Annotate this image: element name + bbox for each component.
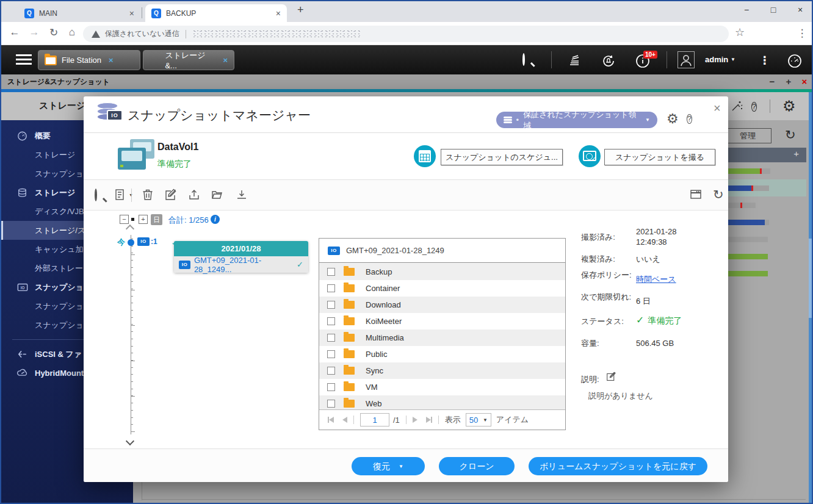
zoom-out-button[interactable]: − xyxy=(120,215,129,224)
qts-search-icon[interactable] xyxy=(522,54,525,65)
snapshot-schedule-button[interactable]: スナップショットのスケジュ... xyxy=(441,149,563,165)
page-scrollbar[interactable] xyxy=(809,92,813,504)
revert-volume-button[interactable]: ボリュームスナップショットを元に戻す xyxy=(529,457,707,475)
window-maximize-button[interactable]: □ xyxy=(764,5,782,15)
app-tab-close-icon[interactable]: × xyxy=(109,56,114,65)
description-empty-text: 説明がありません xyxy=(588,391,680,401)
restore-button[interactable]: 復元 ▼ xyxy=(352,457,425,475)
browser-tab-backup[interactable]: Q BACKUP × xyxy=(145,4,287,22)
export-upload-icon[interactable] xyxy=(188,189,201,202)
dialog-help-icon[interactable]: ? xyxy=(687,111,692,124)
edit-description-icon[interactable] xyxy=(606,372,698,384)
back-icon[interactable]: ← xyxy=(7,26,22,38)
edit-icon[interactable] xyxy=(165,189,178,202)
refresh-icon[interactable]: ↻ xyxy=(785,128,796,142)
download-icon[interactable] xyxy=(236,189,249,202)
admin-menu[interactable]: admin ▼ xyxy=(705,55,735,64)
folder-checkbox[interactable] xyxy=(327,301,335,309)
folder-checkbox[interactable] xyxy=(327,284,335,292)
page-size-select[interactable]: 50 ▼ xyxy=(466,413,491,427)
folder-row[interactable]: Download xyxy=(319,297,565,313)
app-tab-storage-snapshots[interactable]: ストレージ&... × xyxy=(143,50,234,70)
last-page-icon[interactable] xyxy=(426,417,432,423)
add-icon[interactable]: + xyxy=(793,148,799,159)
folder-row[interactable]: Sync xyxy=(319,362,565,379)
clone-button[interactable]: クローン xyxy=(439,457,515,475)
main-menu-icon[interactable] xyxy=(16,54,32,65)
bookmark-star-icon[interactable]: ☆ xyxy=(732,26,747,39)
app-tab-file-station[interactable]: File Station × xyxy=(38,50,140,70)
take-snapshot-button[interactable]: スナップショットを撮る xyxy=(604,149,715,165)
page-input[interactable] xyxy=(360,413,389,427)
guaranteed-snapshot-space-button[interactable]: • 保証されたスナップショット領域 ▼ xyxy=(496,112,657,128)
folder-checkbox[interactable] xyxy=(327,317,335,325)
sort-list-icon[interactable]: ▼ xyxy=(114,189,128,202)
zoom-in-button[interactable]: + xyxy=(139,215,148,224)
dashboard-gauge-icon[interactable] xyxy=(786,53,803,71)
qts-more-icon[interactable]: ⋮ xyxy=(759,54,770,67)
delete-trash-icon[interactable] xyxy=(142,189,155,202)
user-avatar-icon[interactable] xyxy=(678,51,695,68)
folder-row[interactable]: VM xyxy=(319,379,565,395)
next-page-icon[interactable] xyxy=(413,416,417,425)
tab-close-icon[interactable]: × xyxy=(121,9,134,18)
volume-name: DataVol1 xyxy=(157,142,198,153)
help-icon[interactable]: ? xyxy=(751,100,757,112)
background-tasks-icon[interactable] xyxy=(568,53,582,70)
folder-checkbox[interactable] xyxy=(327,383,335,391)
prev-page-icon[interactable] xyxy=(342,416,347,425)
app-minimize-button[interactable]: − xyxy=(765,74,779,89)
manage-button[interactable]: 管理 xyxy=(724,128,771,143)
app-tab-close-icon[interactable]: × xyxy=(223,56,228,65)
info-icon[interactable]: i xyxy=(211,215,220,224)
folder-row[interactable]: Web xyxy=(319,395,565,410)
snapshot-card[interactable]: 2021/01/28 IO GMT+09_2021-01-28_1249... … xyxy=(174,241,308,273)
folder-checkbox[interactable] xyxy=(327,334,335,342)
refresh-icon[interactable]: ↻ xyxy=(713,187,726,201)
browser-menu-icon[interactable]: ⋮ xyxy=(795,27,809,40)
search-icon[interactable] xyxy=(95,190,108,203)
scrollbar-thumb[interactable] xyxy=(809,239,813,318)
dialog-settings-gear-icon[interactable]: ⚙ xyxy=(667,111,679,127)
address-bar[interactable]: 保護されていない通信 xyxy=(83,26,729,42)
open-folder-icon[interactable] xyxy=(211,189,225,202)
folder-row[interactable]: Public xyxy=(319,346,565,362)
folder-checkbox[interactable] xyxy=(327,400,335,408)
window-close-button[interactable]: × xyxy=(791,5,809,15)
folder-row[interactable]: KoiMeeter xyxy=(319,313,565,329)
notifications-sync-icon[interactable] xyxy=(601,53,616,71)
folder-name: Backup xyxy=(366,267,392,276)
browser-tab-main[interactable]: Q MAIN × xyxy=(18,4,140,22)
calendar-view-icon[interactable] xyxy=(690,189,703,202)
settings-gear-icon[interactable]: ⚙ xyxy=(782,98,796,115)
app-window-titlebar[interactable]: ストレージ&スナップショット xyxy=(0,74,813,89)
reload-icon[interactable]: ↻ xyxy=(46,26,61,39)
region-button-label: 保証されたスナップショット領域 xyxy=(523,109,641,131)
timeline-scroll-down-icon[interactable] xyxy=(126,437,134,445)
window-minimize-button[interactable]: − xyxy=(737,5,756,15)
expire-value: 6 日 xyxy=(636,296,728,306)
day-view-toggle[interactable]: 日 xyxy=(151,214,162,225)
app-close-button[interactable]: × xyxy=(797,74,812,89)
browser-tab-label: MAIN xyxy=(39,9,57,18)
chevron-down-icon: ▼ xyxy=(483,417,488,423)
folder-row[interactable]: Container xyxy=(319,280,565,297)
folder-checkbox[interactable] xyxy=(327,268,335,276)
browser-tab-label: BACKUP xyxy=(166,9,196,18)
forward-icon[interactable]: → xyxy=(27,26,42,38)
taken-label: 撮影済み: xyxy=(581,232,634,242)
dialog-close-icon[interactable]: × xyxy=(714,101,721,115)
folder-checkbox[interactable] xyxy=(327,350,335,358)
wizard-icon[interactable] xyxy=(730,99,743,116)
timeline-snapshot-dot[interactable] xyxy=(128,239,134,246)
new-tab-button[interactable]: + xyxy=(297,4,304,16)
app-maximize-button[interactable]: + xyxy=(781,74,796,89)
timeline-tick xyxy=(131,389,133,389)
folder-checkbox[interactable] xyxy=(327,367,335,375)
tab-close-icon[interactable]: × xyxy=(267,9,281,18)
home-icon[interactable]: ⌂ xyxy=(65,26,79,38)
folder-row[interactable]: Multimedia xyxy=(319,329,565,346)
folder-row[interactable]: Backup xyxy=(319,264,565,280)
policy-link[interactable]: 時間ベース xyxy=(636,274,728,284)
first-page-icon[interactable] xyxy=(328,417,334,423)
